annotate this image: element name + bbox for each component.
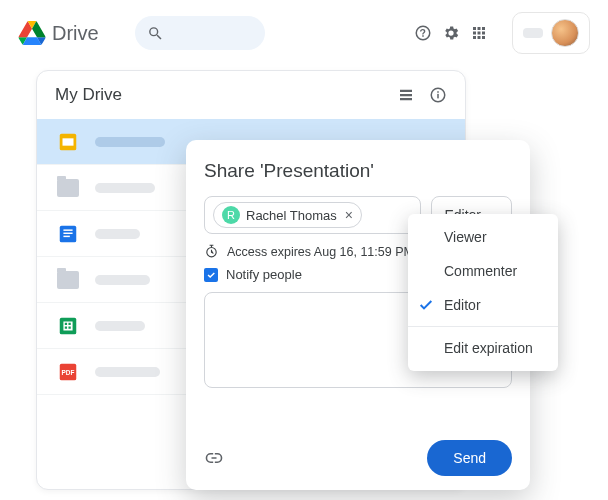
role-menu: Viewer Commenter Editor Edit expiration: [408, 214, 558, 371]
file-name-placeholder: [95, 137, 165, 147]
info-icon[interactable]: [429, 86, 447, 104]
person-chip[interactable]: R Rachel Thomas ×: [213, 202, 362, 228]
account-placeholder: [523, 28, 543, 38]
account-card[interactable]: [512, 12, 590, 54]
window-title: My Drive: [55, 85, 122, 105]
svg-rect-6: [63, 229, 72, 230]
drive-logo-icon: [18, 21, 46, 45]
send-button[interactable]: Send: [427, 440, 512, 476]
folder-icon: [57, 269, 79, 291]
check-icon: [206, 270, 216, 280]
pdf-icon: PDF: [57, 361, 79, 383]
svg-rect-7: [63, 232, 72, 233]
remove-person-icon[interactable]: ×: [345, 207, 353, 223]
top-icons: [414, 24, 488, 42]
file-name-placeholder: [95, 367, 160, 377]
menu-editor[interactable]: Editor: [408, 288, 558, 322]
svg-rect-4: [63, 138, 74, 145]
window-header: My Drive: [37, 71, 465, 119]
notify-label: Notify people: [226, 267, 302, 282]
folder-icon: [57, 177, 79, 199]
settings-icon[interactable]: [442, 24, 460, 42]
docs-icon: [57, 223, 79, 245]
product-name: Drive: [52, 22, 99, 45]
file-name-placeholder: [95, 229, 140, 239]
help-icon[interactable]: [414, 24, 432, 42]
apps-icon[interactable]: [470, 24, 488, 42]
avatar: [551, 19, 579, 47]
list-view-icon[interactable]: [397, 86, 415, 104]
search-input[interactable]: [135, 16, 265, 50]
svg-rect-8: [63, 235, 69, 236]
menu-divider: [408, 326, 558, 327]
slides-icon: [57, 131, 79, 153]
expiration-text: Access expires Aug 16, 11:59 PM: [227, 245, 414, 259]
file-name-placeholder: [95, 183, 155, 193]
person-avatar: R: [222, 206, 240, 224]
search-icon: [147, 25, 164, 42]
file-name-placeholder: [95, 321, 145, 331]
share-title: Share 'Presentation': [204, 160, 512, 182]
file-name-placeholder: [95, 275, 150, 285]
svg-rect-1: [437, 94, 439, 99]
drive-logo[interactable]: Drive: [18, 21, 99, 45]
copy-link-icon[interactable]: [204, 448, 224, 468]
menu-edit-expiration[interactable]: Edit expiration: [408, 331, 558, 365]
people-input[interactable]: R Rachel Thomas ×: [204, 196, 421, 234]
notify-checkbox[interactable]: [204, 268, 218, 282]
menu-commenter[interactable]: Commenter: [408, 254, 558, 288]
svg-text:PDF: PDF: [62, 369, 75, 376]
person-name: Rachel Thomas: [246, 208, 337, 223]
timer-icon: [204, 244, 219, 259]
sheets-icon: [57, 315, 79, 337]
svg-rect-2: [437, 91, 439, 93]
menu-viewer[interactable]: Viewer: [408, 220, 558, 254]
top-bar: Drive: [0, 0, 608, 66]
